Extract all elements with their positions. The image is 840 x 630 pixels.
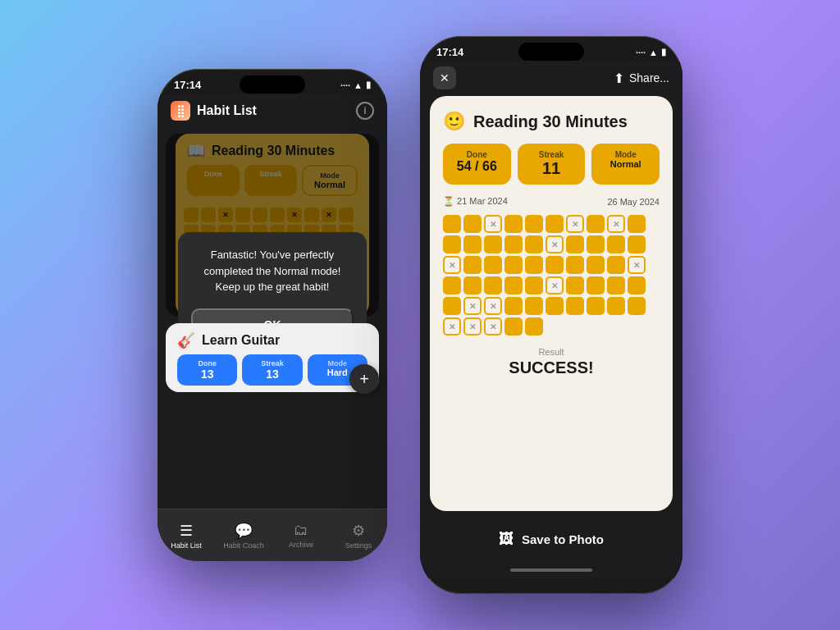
info-button[interactable]: i	[356, 102, 374, 120]
sg-cell	[443, 235, 461, 253]
right-wifi-icon: ▲	[649, 48, 658, 57]
sg-cell	[525, 235, 543, 253]
guitar-habit-card: 🎸 Learn Guitar Done 13 Streak 13 Mode Ha…	[166, 323, 379, 392]
habit-list-icon: ☰	[180, 522, 193, 540]
sg-cell	[628, 297, 646, 315]
sg-cell	[607, 235, 625, 253]
sg-cell	[504, 297, 523, 315]
sg-cell	[484, 256, 502, 274]
sg-cell: ✕	[443, 256, 461, 274]
add-icon: +	[359, 370, 369, 389]
share-label: Share...	[629, 71, 669, 84]
tab-settings-label: Settings	[345, 541, 372, 546]
sg-cell: ✕	[484, 317, 502, 336]
sg-cell	[504, 256, 523, 274]
sg-cell	[525, 276, 543, 294]
sg-cell	[443, 276, 461, 294]
tab-habit-list-label: Habit List	[171, 541, 202, 546]
left-screen: ⣿ Habit List i 📖 Reading 30 Minutes Done	[158, 94, 387, 546]
summary-done-box: Done 54 / 66	[443, 144, 511, 185]
date-icon: ⏳	[443, 196, 454, 206]
summary-grid: ✕ ✕ ✕ ✕	[443, 215, 660, 336]
sg-cell: ✕	[484, 215, 502, 233]
info-icon: i	[363, 105, 366, 116]
sg-cell	[525, 317, 543, 336]
guitar-stats: Done 13 Streak 13 Mode Hard	[166, 354, 379, 392]
dialog-message: Fantastic! You've perfectly completed th…	[191, 247, 354, 295]
guitar-card-wrapper: 🎸 Learn Guitar Done 13 Streak 13 Mode Ha…	[158, 323, 387, 392]
save-photo-label: Save to Photo	[522, 532, 604, 546]
summary-title-row: 🙂 Reading 30 Minutes	[443, 111, 660, 132]
sg-cell: ✕	[546, 235, 564, 253]
sg-cell	[484, 235, 502, 253]
sg-cell	[525, 215, 543, 233]
tab-habit-coach[interactable]: 💬 Habit Coach	[215, 509, 272, 546]
archive-icon: 🗂	[294, 522, 308, 539]
right-signal-icon: ····	[636, 48, 646, 57]
date-start: ⏳ 21 Mar 2024	[443, 196, 508, 207]
sg-cell	[587, 276, 605, 294]
summary-mode-label: Mode	[600, 150, 651, 159]
right-phone: 17:14 ···· ▲ ▮ ✕ ⬆ Share... 🙂 Reading 30…	[420, 36, 682, 594]
summary-streak-label: Streak	[526, 150, 578, 159]
sg-cell	[546, 215, 564, 233]
share-button[interactable]: ⬆ Share...	[614, 71, 669, 86]
sg-cell	[607, 276, 625, 294]
tab-habit-coach-label: Habit Coach	[223, 541, 264, 546]
app-title-text: Habit List	[197, 103, 257, 118]
result-value: SUCCESS!	[443, 358, 660, 377]
sg-cell: ✕	[566, 215, 584, 233]
dynamic-island	[240, 75, 305, 94]
left-status-bar: 17:14 ···· ▲ ▮	[158, 69, 387, 94]
sg-cell: ✕	[463, 317, 482, 336]
result-label: Result	[443, 347, 660, 357]
battery-icon: ▮	[366, 80, 371, 90]
summary-done-label: Done	[451, 150, 503, 159]
sg-cell: ✕	[463, 297, 482, 315]
sg-cell: ✕	[607, 215, 625, 233]
guitar-icon: 🎸	[177, 331, 195, 349]
guitar-header: 🎸 Learn Guitar	[166, 323, 379, 354]
dialog-overlay: Fantastic! You've perfectly completed th…	[166, 134, 379, 317]
sg-cell	[566, 297, 584, 315]
sg-cell	[628, 215, 646, 233]
guitar-streak-value: 13	[249, 368, 295, 381]
sg-cell	[566, 256, 584, 274]
sg-cell	[587, 215, 605, 233]
guitar-done-value: 13	[184, 368, 231, 381]
left-time: 17:14	[174, 79, 201, 91]
sg-cell	[504, 235, 523, 253]
save-bar[interactable]: 🖼 Save to Photo	[420, 516, 682, 562]
right-dynamic-island	[518, 43, 584, 61]
status-icons: ···· ▲ ▮	[340, 80, 371, 90]
sg-cell	[484, 276, 502, 294]
close-icon: ✕	[440, 71, 450, 84]
home-bar	[510, 568, 592, 572]
right-status-bar: 17:14 ···· ▲ ▮	[420, 36, 682, 62]
date-end: 26 May 2024	[607, 197, 660, 207]
sg-cell	[607, 256, 625, 274]
sg-cell	[443, 297, 461, 315]
signal-icon: ····	[340, 80, 350, 90]
sg-cell	[607, 297, 625, 315]
summary-mode-box: Mode Normal	[591, 144, 660, 185]
summary-done-value: 54 / 66	[451, 159, 503, 174]
sg-cell	[504, 317, 523, 336]
sg-cell	[587, 235, 605, 253]
close-button[interactable]: ✕	[433, 66, 456, 89]
sg-cell: ✕	[628, 256, 646, 274]
sg-cell	[587, 256, 605, 274]
app-header: ⣿ Habit List i	[158, 94, 387, 127]
guitar-done-label: Done	[184, 359, 231, 368]
app-title-row: ⣿ Habit List	[171, 101, 257, 121]
summary-mode-value: Normal	[600, 159, 651, 169]
tab-archive[interactable]: 🗂 Archive	[272, 509, 330, 546]
tab-settings[interactable]: ⚙ Settings	[330, 509, 387, 546]
right-status-icons: ···· ▲ ▮	[636, 47, 666, 57]
sg-cell	[463, 276, 482, 294]
sg-cell	[566, 235, 584, 253]
tab-bar: ☰ Habit List 💬 Habit Coach 🗂 Archive ⚙ S…	[158, 509, 387, 546]
add-button[interactable]: +	[349, 364, 379, 394]
right-header: ✕ ⬆ Share...	[420, 62, 682, 96]
tab-habit-list[interactable]: ☰ Habit List	[158, 509, 215, 546]
